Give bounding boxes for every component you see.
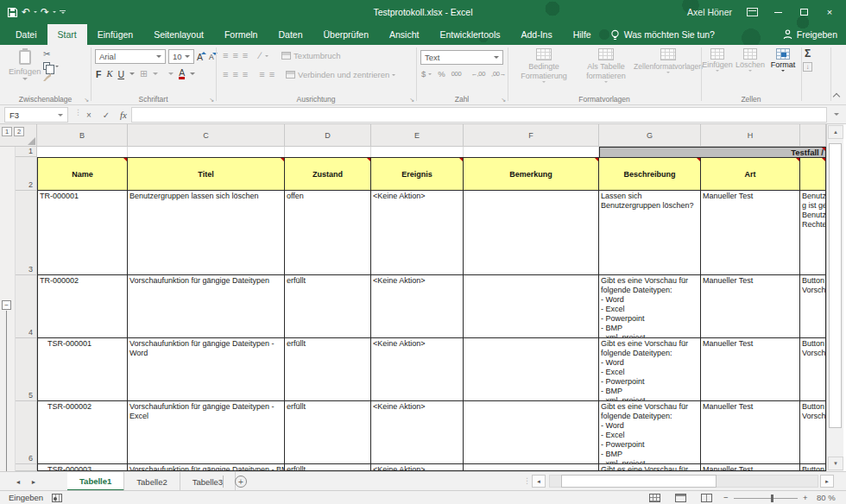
conditional-formatting-button[interactable]: Bedingte Formatierung — [513, 48, 575, 83]
cell-ereignis-r5[interactable]: <Keine Aktion> — [371, 338, 464, 401]
fill-button[interactable]: ↓ — [803, 62, 812, 72]
cell-art-r6[interactable]: Manueller Test — [701, 401, 800, 464]
hscroll-left-icon[interactable]: ◄ — [532, 475, 546, 488]
vertical-scrollbar[interactable]: ▲ ▼ — [826, 124, 843, 471]
row-header-3[interactable]: 3 — [16, 191, 37, 275]
header-name[interactable]: Name — [37, 157, 128, 191]
outline-level-1-button[interactable]: 1 — [2, 127, 12, 136]
cell-ereignis-r4[interactable]: <Keine Aktion> — [371, 275, 464, 338]
bold-button[interactable]: F — [96, 69, 101, 79]
cell-titel-r4[interactable]: Vorschaufunktion für gängige Dateitypen — [128, 275, 285, 338]
cell-titel-r5[interactable]: Vorschaufunktion für gängige Dateitypen … — [128, 338, 285, 401]
row-header-2[interactable]: 2 — [16, 157, 37, 191]
save-icon[interactable] — [7, 7, 18, 18]
maximize-button[interactable] — [798, 6, 810, 18]
format-cells-button[interactable]: Format — [767, 48, 799, 72]
format-as-table-button[interactable]: Als Tabelle formatieren — [578, 48, 634, 83]
row-header-7-partial[interactable] — [16, 464, 37, 471]
align-bottom-icon[interactable]: ≡ — [243, 51, 248, 60]
zoom-slider-track[interactable] — [734, 498, 798, 499]
column-header-b[interactable]: B — [37, 124, 128, 146]
zwischenablage-dialog-launcher-icon[interactable]: ↘ — [84, 97, 89, 103]
tab-entwicklertools[interactable]: Entwicklertools — [429, 24, 510, 45]
zoom-in-button[interactable]: + — [803, 493, 808, 502]
number-format-select[interactable]: Text — [420, 50, 503, 65]
redo-caret-icon[interactable] — [53, 11, 56, 13]
cut-button[interactable]: ✂ — [43, 49, 59, 59]
header-partial[interactable] — [800, 157, 826, 191]
cell-bemerkung-r5[interactable] — [464, 338, 599, 401]
font-color-button[interactable]: A — [179, 68, 185, 79]
column-header-f[interactable]: F — [464, 124, 599, 146]
schriftart-dialog-launcher-icon[interactable]: ↘ — [209, 97, 214, 103]
zoom-slider-thumb[interactable] — [771, 495, 773, 502]
format-painter-button[interactable] — [43, 73, 59, 81]
row-header-6[interactable]: 6 — [16, 401, 37, 464]
cell-name-r5[interactable]: TSR-000001 — [37, 338, 128, 401]
vertical-scroll-thumb[interactable] — [829, 143, 842, 428]
tab-addins[interactable]: Add-Ins — [511, 24, 563, 45]
name-box[interactable]: F3 — [4, 107, 68, 123]
tell-me-search[interactable]: Was möchten Sie tun? — [602, 24, 723, 45]
font-name-select[interactable]: Arial — [95, 49, 166, 64]
italic-button[interactable]: K — [106, 69, 112, 79]
cell-zustand-r5[interactable]: erfüllt — [285, 338, 371, 401]
cell-b1[interactable] — [37, 147, 128, 157]
header-bemerkung[interactable]: Bemerkung — [464, 157, 599, 191]
cell-beschreibung-r7[interactable]: Gibt es eine Vorschau für — [599, 464, 701, 471]
align-center-icon[interactable]: ≡ — [232, 70, 237, 79]
customize-qat-icon[interactable] — [60, 10, 66, 14]
column-header-h[interactable]: H — [701, 124, 800, 146]
zoom-level-label[interactable]: 80 % — [817, 493, 836, 502]
autosum-button[interactable]: Σ — [805, 48, 811, 59]
redo-icon[interactable]: ↷ — [41, 7, 49, 17]
column-header-e[interactable]: E — [371, 124, 464, 146]
cell-ereignis-r7[interactable]: <Keine Aktion> — [371, 464, 464, 471]
header-ereignis[interactable]: Ereignis — [371, 157, 464, 191]
testfall-merged-header[interactable]: Testfall / — [599, 147, 826, 157]
insert-function-button[interactable]: fx — [116, 107, 131, 123]
cell-art-r3[interactable]: Manueller Test — [701, 191, 800, 275]
percent-format-button[interactable]: % — [438, 69, 445, 79]
cell-art-r7[interactable]: Manueller Test — [701, 464, 800, 471]
column-header-partial[interactable] — [800, 124, 826, 146]
hscroll-resize-handle[interactable]: ⋮ — [523, 476, 531, 485]
increase-indent-icon[interactable]: ≡ — [269, 70, 275, 79]
cell-partial-r5[interactable]: Button zu Vorschau — [800, 338, 826, 401]
cell-e1[interactable] — [371, 147, 464, 157]
tab-seitenlayout[interactable]: Seitenlayout — [143, 24, 214, 45]
header-zustand[interactable]: Zustand — [285, 157, 371, 191]
currency-format-button[interactable]: $ — [421, 69, 426, 79]
row-header-1[interactable]: 1 — [16, 147, 37, 157]
underline-button[interactable]: U — [117, 69, 124, 79]
cell-bemerkung-r6[interactable] — [464, 401, 599, 464]
grow-font-button[interactable]: A — [197, 52, 203, 62]
cell-art-r5[interactable]: Manueller Test — [701, 338, 800, 401]
insert-cells-button[interactable]: Einfügen — [701, 48, 734, 72]
cell-beschreibung-r3[interactable]: Lassen sich Benutzergruppen löschen? — [599, 191, 701, 275]
cell-d1[interactable] — [285, 147, 371, 157]
cell-partial-r6[interactable]: Button zu Vorschau — [800, 401, 826, 464]
row-header-4[interactable]: 4 — [16, 275, 37, 338]
sheet-tab-tabelle1[interactable]: Tabelle1 — [67, 472, 124, 491]
cell-f1[interactable] — [464, 147, 599, 157]
formula-input[interactable] — [131, 107, 827, 123]
cell-titel-r6[interactable]: Vorschaufunktion für gängige Dateitypen … — [128, 401, 285, 464]
hscroll-right-icon[interactable]: ► — [820, 475, 834, 488]
cell-styles-button[interactable]: Zellenformatvorlagen — [637, 48, 699, 73]
new-sheet-button[interactable]: + — [235, 476, 247, 488]
orientation-icon[interactable]: ∕ — [259, 51, 261, 60]
row-header-5[interactable]: 5 — [16, 338, 37, 401]
column-header-d[interactable]: D — [285, 124, 371, 146]
cell-ereignis-r6[interactable]: <Keine Aktion> — [371, 401, 464, 464]
sheet-nav-right-icon[interactable]: ► — [26, 472, 41, 491]
tab-einfuegen[interactable]: Einfügen — [87, 24, 143, 45]
select-all-button[interactable] — [28, 137, 35, 145]
cell-bemerkung-r4[interactable] — [464, 275, 599, 338]
align-left-icon[interactable]: ≡ — [223, 70, 228, 79]
thousands-format-button[interactable]: 000 — [451, 70, 462, 78]
borders-button[interactable]: ⊞ — [140, 68, 148, 79]
font-size-select[interactable]: 10 — [168, 49, 194, 64]
page-break-view-icon[interactable] — [701, 494, 712, 502]
header-beschreibung[interactable]: Beschreibung — [599, 157, 701, 191]
